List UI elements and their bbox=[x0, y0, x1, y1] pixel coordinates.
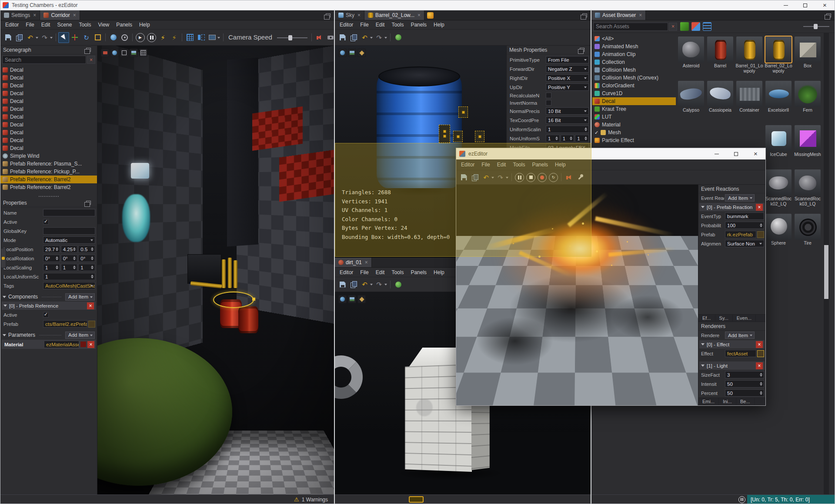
collapsed-dock-handle[interactable] bbox=[409, 496, 424, 503]
MissingMesh[interactable]: MissingMesh bbox=[794, 125, 822, 169]
probability-field[interactable]: 100 bbox=[725, 222, 764, 229]
component-active-checkbox[interactable] bbox=[43, 312, 49, 318]
forward-dir-dropdown[interactable]: Negative Z bbox=[546, 65, 589, 73]
asset-type-item[interactable]: LUT bbox=[592, 113, 676, 121]
menu-item[interactable]: Editor bbox=[458, 160, 478, 169]
texcoord-precision-dropdown[interactable]: 16 Bit bbox=[546, 116, 589, 124]
prefab-asset-field[interactable]: cts/Barrel2.ezPrefab bbox=[43, 320, 87, 328]
asset-grid-scrollbar[interactable] bbox=[824, 33, 829, 494]
remove-material-button[interactable] bbox=[87, 341, 94, 348]
pause-status-icon[interactable] bbox=[738, 496, 745, 503]
menu-item[interactable]: File bbox=[357, 20, 372, 29]
float-panel-icon[interactable] bbox=[326, 13, 331, 17]
Box[interactable]: Box bbox=[794, 36, 822, 81]
sound-toggle-button[interactable] bbox=[314, 32, 325, 43]
Barrel_01_Lowpoly[interactable]: Barrel_01_Lowpoly bbox=[735, 36, 763, 81]
emitter-tab[interactable]: Ini... bbox=[719, 398, 736, 405]
effect-asset-field[interactable]: fectAsset bbox=[725, 350, 756, 357]
tab-close-icon[interactable] bbox=[73, 13, 76, 18]
scenegraph-item[interactable]: Simple Wind bbox=[0, 152, 97, 160]
transform-button[interactable]: ⚡ bbox=[157, 32, 168, 43]
scenegraph-item[interactable]: Prefab Reference: Plasma_S... bbox=[0, 160, 97, 168]
scaling-y-field[interactable]: 1 bbox=[61, 264, 78, 271]
document-tab[interactable]: Barrel_02_Low... bbox=[364, 10, 424, 20]
grid-toggle-button[interactable] bbox=[184, 32, 195, 43]
nonuniform-x-field[interactable]: 1 bbox=[546, 135, 560, 142]
mesh-icon[interactable] bbox=[357, 295, 366, 303]
renderer-group-light[interactable]: [1] - Light bbox=[699, 361, 765, 370]
position-x-field[interactable]: 29.7 bbox=[43, 245, 60, 253]
float-panel-icon[interactable] bbox=[582, 13, 587, 17]
size-factor-field[interactable]: 3 bbox=[725, 371, 764, 378]
IceCube[interactable]: IceCube bbox=[765, 125, 792, 169]
Barrel_02_Lowpoly[interactable]: Barrel_02_Lowpoly bbox=[765, 36, 792, 81]
scenegraph-item[interactable]: Decal bbox=[0, 121, 97, 129]
save-button[interactable] bbox=[3, 32, 13, 43]
alignment-dropdown[interactable]: Surface Non bbox=[725, 240, 764, 247]
globalkey-field[interactable] bbox=[43, 227, 95, 235]
mesh-icon[interactable] bbox=[357, 49, 366, 57]
float-panel-icon[interactable] bbox=[580, 48, 584, 52]
float-panel-icon[interactable] bbox=[86, 48, 91, 52]
asset-type-item[interactable]: Animated Mesh bbox=[592, 43, 676, 50]
scene-viewport[interactable] bbox=[97, 46, 334, 494]
mode-dropdown[interactable]: Automatic bbox=[43, 236, 95, 244]
sound-button[interactable] bbox=[564, 172, 574, 183]
Fern[interactable]: Fern bbox=[794, 81, 822, 125]
float-panel-icon[interactable] bbox=[826, 13, 831, 17]
scenegraph-item[interactable]: Decal bbox=[0, 97, 97, 105]
effect-tab[interactable]: Sy... bbox=[715, 315, 733, 322]
scrollbar-thumb[interactable] bbox=[824, 245, 828, 299]
tab-close-icon[interactable] bbox=[365, 260, 368, 265]
Cassiopeia[interactable]: Cassiopeia bbox=[706, 81, 734, 125]
renderer-group-effect[interactable]: [0] - Effect bbox=[699, 340, 765, 348]
components-section-header[interactable]: Components Add Item bbox=[1, 292, 97, 301]
menu-item[interactable]: Panels bbox=[407, 20, 430, 29]
emitter-tab[interactable]: Be... bbox=[736, 398, 755, 405]
frame-selection-icon[interactable] bbox=[120, 49, 128, 57]
panel-tab[interactable]: Asset Browser bbox=[591, 10, 646, 20]
percentage-field[interactable]: 50 bbox=[725, 389, 764, 397]
asset-type-item[interactable]: Decal bbox=[592, 97, 676, 105]
thumbnail-icon[interactable] bbox=[348, 295, 356, 303]
menu-item[interactable]: Help bbox=[430, 20, 448, 29]
scenegraph-item[interactable]: Decal bbox=[0, 66, 97, 74]
effect-tab[interactable]: Even... bbox=[733, 315, 756, 322]
menu-item[interactable]: Help bbox=[551, 160, 569, 169]
thumbnail-size-slider[interactable] bbox=[802, 22, 830, 31]
redo-button[interactable]: ↷ bbox=[374, 279, 388, 290]
undo-button[interactable]: ↶ bbox=[25, 32, 39, 43]
snap-settings-button[interactable] bbox=[119, 32, 130, 43]
thumbnail-icon[interactable] bbox=[348, 49, 356, 57]
position-z-field[interactable]: 0.5 bbox=[78, 245, 95, 253]
event-reaction-group[interactable]: [0] - Prefab Reaction bbox=[699, 203, 765, 211]
scenegraph-item[interactable]: Decal bbox=[0, 136, 97, 144]
asset-type-item[interactable]: Material bbox=[592, 121, 676, 129]
rotate-tool-button[interactable]: ↻ bbox=[81, 32, 92, 43]
environment-icon[interactable] bbox=[338, 49, 347, 57]
copy-button[interactable] bbox=[348, 32, 359, 43]
ScannedRock02_LQ[interactable]: ScannedRock02_LQ bbox=[765, 169, 792, 214]
redo-button[interactable]: ↷ bbox=[495, 172, 509, 183]
undo-button[interactable]: ↶ bbox=[360, 279, 374, 290]
float-panel-icon[interactable] bbox=[86, 201, 91, 205]
nonuniform-z-field[interactable]: 1 bbox=[575, 135, 589, 142]
up-dir-dropdown[interactable]: Positive Y bbox=[546, 83, 589, 91]
asset-type-item[interactable]: Collision Mesh bbox=[592, 66, 676, 74]
asset-type-item[interactable]: Collision Mesh (Convex) bbox=[592, 74, 676, 82]
menu-item[interactable]: Panels bbox=[113, 20, 136, 29]
asset-type-item[interactable]: <All> bbox=[592, 35, 676, 43]
asset-type-item[interactable]: Collection bbox=[592, 58, 676, 66]
panel-splitter[interactable] bbox=[0, 194, 97, 199]
record-button[interactable] bbox=[538, 173, 547, 182]
close-button[interactable] bbox=[815, 0, 835, 10]
parameters-section-header[interactable]: Parameters Add Item bbox=[1, 331, 97, 339]
rotation-y-field[interactable]: 0° bbox=[61, 255, 78, 262]
Sphere[interactable]: Sphere bbox=[765, 214, 792, 258]
particle-viewport[interactable] bbox=[456, 185, 698, 405]
nonuniform-y-field[interactable]: 1 bbox=[561, 135, 574, 142]
Calypso[interactable]: Calypso bbox=[677, 81, 705, 125]
floating-window-ezeditor[interactable]: ezEditor EditorFileEditToolsPanelsHelp ↶… bbox=[456, 148, 766, 406]
normal-precision-dropdown[interactable]: 10 Bit bbox=[546, 107, 589, 115]
scale-tool-button[interactable] bbox=[92, 32, 103, 43]
